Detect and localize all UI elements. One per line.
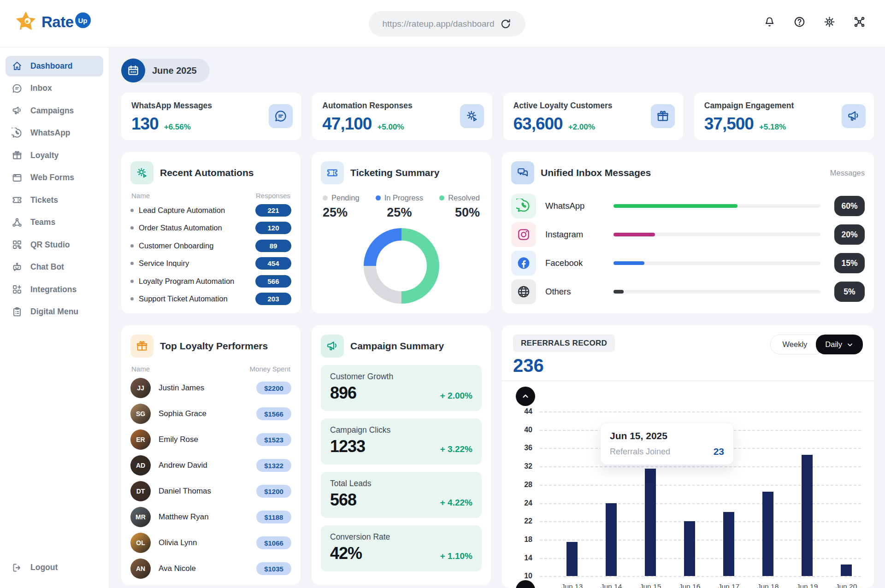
bullet-dot — [130, 297, 134, 300]
url-bar[interactable]: https://rateup.app/dashboard — [369, 11, 525, 36]
logout-icon — [12, 562, 23, 573]
sidebar-item-web-forms[interactable]: Web Forms — [6, 167, 103, 188]
channel-percent-badge: 60% — [834, 196, 865, 216]
bar-jun-17[interactable] — [723, 512, 734, 576]
metric-change: + 1.10% — [440, 551, 472, 561]
chart-tooltip: Jun 15, 2025 Referrals Joined 23 — [600, 423, 734, 465]
integrations-hub-button[interactable] — [853, 16, 866, 28]
scroll-up-button[interactable] — [516, 387, 535, 406]
automation-icon — [460, 104, 484, 128]
channel-name: Instagram — [545, 229, 614, 240]
card-title: Top Loyalty Performers — [160, 341, 291, 352]
money-spent-badge: $1200 — [256, 485, 291, 498]
help-button[interactable] — [793, 16, 806, 28]
bar-jun-20[interactable] — [841, 564, 852, 576]
campaign-metric-block: Customer Growth896+ 2.00% — [321, 365, 482, 411]
sidebar-item-label: Tickets — [30, 195, 58, 205]
url-text: https://rateup.app/dashboard — [383, 19, 495, 29]
legend-dot — [439, 195, 444, 200]
logout-button[interactable]: Logout — [6, 557, 103, 578]
instagram-icon — [511, 222, 536, 247]
sidebar-item-chat-bot[interactable]: Chat Bot — [6, 257, 103, 277]
responses-badge: 203 — [255, 293, 291, 305]
channel-progress-track — [614, 290, 820, 294]
qr-icon — [12, 239, 23, 250]
sidebar-item-teams[interactable]: Teams — [6, 212, 103, 233]
sidebar-item-campaigns[interactable]: Campaigns — [6, 100, 103, 121]
notifications-button[interactable] — [763, 16, 776, 28]
avatar: DT — [130, 481, 151, 501]
stat-title: Active Loyalty Customers — [513, 101, 673, 111]
legend-item: Pending25% — [323, 194, 360, 220]
responses-badge: 89 — [255, 240, 291, 252]
tooltip-value: 23 — [714, 446, 724, 457]
calendar-icon — [121, 59, 145, 82]
sidebar-item-inbox[interactable]: Inbox — [6, 78, 103, 99]
legend-label: Resolved — [448, 194, 480, 202]
performer-name: Olivia Lynn — [159, 538, 256, 547]
ticket-icon — [326, 166, 339, 179]
responses-badge: 120 — [255, 222, 291, 234]
campaign-metric-block: Total Leads568+ 4.22% — [321, 472, 482, 518]
channel-progress-track — [614, 233, 820, 236]
metric-label: Total Leads — [330, 479, 472, 488]
bar-jun-19[interactable] — [802, 455, 813, 576]
weekly-toggle-button[interactable]: Weekly — [770, 335, 820, 354]
automation-icon — [130, 161, 153, 184]
settings-button[interactable] — [823, 16, 836, 28]
bar-jun-18[interactable] — [762, 492, 773, 576]
metric-label: Customer Growth — [330, 372, 472, 382]
x-axis-label: Jun 17 — [718, 582, 740, 588]
inbox-icon — [12, 83, 23, 94]
teams-icon — [12, 217, 23, 228]
top-bar: Rate Up https://rateup.app/dashboard — [0, 0, 885, 47]
x-axis-label: Jun 14 — [601, 582, 622, 588]
channel-progress-track — [614, 204, 820, 208]
scroll-down-button[interactable] — [516, 580, 535, 588]
sidebar-item-whatsapp[interactable]: WhatsApp — [6, 123, 103, 143]
channel-row-instagram: Instagram20% — [511, 222, 865, 247]
bar-jun-15[interactable] — [645, 469, 656, 576]
avatar: MR — [130, 507, 151, 527]
date-selector[interactable]: June 2025 — [121, 59, 210, 82]
performer-name: Matthew Ryan — [159, 512, 256, 522]
sidebar-item-digital-menu[interactable]: Digital Menu — [6, 301, 103, 322]
card-title: Campaign Summary — [350, 341, 482, 352]
stat-card: Active Loyalty Customers63,600+2.00% — [503, 93, 683, 140]
daily-dropdown-button[interactable]: Daily — [816, 335, 863, 354]
channel-percent-badge: 15% — [834, 253, 865, 273]
performer-name: Ava Nicole — [159, 564, 256, 573]
sidebar-item-label: QR Studio — [30, 240, 70, 250]
channel-name: WhatsApp — [545, 201, 614, 211]
topbar-actions — [763, 16, 866, 28]
home-icon — [12, 60, 23, 71]
qr-icon — [12, 239, 23, 250]
metric-value: 568 — [330, 490, 356, 510]
sidebar-item-dashboard[interactable]: Dashboard — [6, 56, 103, 76]
sidebar-item-integrations[interactable]: Integrations — [6, 279, 103, 300]
performer-row: SGSophia Grace$1566 — [130, 403, 291, 424]
gift-icon — [12, 150, 23, 161]
globe-icon — [511, 279, 536, 304]
dual-chat-icon — [511, 161, 534, 184]
channel-name: Facebook — [545, 258, 614, 268]
automation-list: Lead Capture Automation221Order Status A… — [130, 201, 291, 308]
chevron-down-icon — [846, 341, 854, 348]
period-toggle: Weekly Daily — [770, 335, 863, 354]
legend-value: 25% — [323, 206, 360, 220]
channel-progress-fill — [614, 233, 655, 236]
bar-jun-16[interactable] — [684, 521, 695, 576]
teams-icon — [12, 217, 23, 228]
column-header-name: Name — [131, 192, 150, 200]
sidebar-item-qr-studio[interactable]: QR Studio — [6, 235, 103, 255]
bar-jun-14[interactable] — [606, 503, 617, 576]
sidebar-item-loyalty[interactable]: Loyalty — [6, 145, 103, 166]
megaphone-icon — [842, 104, 866, 128]
megaphone-icon — [321, 335, 344, 358]
y-axis-label: 14 — [513, 554, 532, 562]
bar-jun-13[interactable] — [566, 542, 578, 576]
hub-icon — [853, 16, 866, 28]
sidebar-item-tickets[interactable]: Tickets — [6, 190, 103, 211]
automation-row: Loyalty Program Automation566 — [130, 272, 291, 290]
money-spent-badge: $2200 — [256, 382, 291, 394]
